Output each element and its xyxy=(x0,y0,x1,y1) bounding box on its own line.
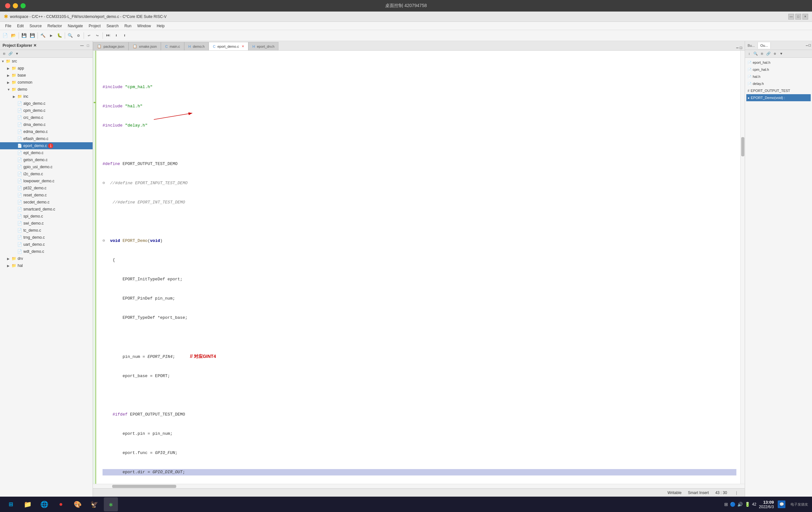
tree-item-dma-demo[interactable]: ▶ 📄 dma_demo.c xyxy=(0,121,93,128)
toolbar-step-out[interactable]: ⬆ xyxy=(121,32,128,39)
editor-view-controls[interactable]: — □ xyxy=(734,46,745,50)
outline-item-cpm-hal[interactable]: 📄 cpm_hal.h xyxy=(746,66,811,73)
ide-close-button[interactable]: × xyxy=(802,14,808,20)
tree-item-common[interactable]: ▶ 📁 common xyxy=(0,79,93,86)
maximize-editor-button[interactable]: □ xyxy=(740,46,742,50)
outline-item-delay[interactable]: 📄 delay.h xyxy=(746,80,811,87)
panel-maximize-button[interactable]: □ xyxy=(86,43,90,48)
tree-item-crc-demo[interactable]: ▶ 📄 crc_demo.c xyxy=(0,114,93,121)
tree-item-eport-demo[interactable]: ▶ 📄 eport_demo.c 1 xyxy=(0,142,93,149)
ide-minimize-button[interactable]: — xyxy=(788,14,794,20)
minimize-button[interactable] xyxy=(13,3,18,8)
tree-item-getsn-demo[interactable]: ▶ 📄 getsn_demo.c xyxy=(0,156,93,163)
toolbar-settings[interactable]: ⚙ xyxy=(75,32,82,39)
tree-item-hal[interactable]: ▶ 📁 hal xyxy=(0,262,93,269)
menu-source[interactable]: Source xyxy=(27,23,44,29)
taskbar-edge-button[interactable]: 🌐 xyxy=(37,497,51,511)
toolbar-search[interactable]: 🔍 xyxy=(66,32,74,39)
tab-demo-h[interactable]: H demo.h xyxy=(184,42,209,50)
code-content-area[interactable]: #include "cpm_hal.h" #include "hal.h" #i… xyxy=(96,51,745,484)
tree-item-trng-demo[interactable]: ▶ 📄 trng_demo.c xyxy=(0,234,93,241)
toolbar-step-into[interactable]: ⬇ xyxy=(113,32,120,39)
tab-eport-demo-c[interactable]: C eport_demo.c ✕ xyxy=(209,42,248,50)
toggle-src[interactable]: ▼ xyxy=(1,60,6,63)
link-editor-button[interactable]: 🔗 xyxy=(8,51,13,57)
tree-item-base[interactable]: ▶ 📁 base xyxy=(0,72,93,79)
tree-item-gpio-usi-demo[interactable]: ▶ 📄 gpio_usi_demo.c xyxy=(0,163,93,171)
vertical-scrollbar[interactable] xyxy=(740,51,745,484)
tree-item-algo-demo[interactable]: ▶ 📄 algo_demo.c xyxy=(0,100,93,107)
menu-file[interactable]: File xyxy=(3,23,14,29)
tree-item-swi-demo[interactable]: ▶ 📄 swi_demo.c xyxy=(0,220,93,227)
outline-more-button[interactable]: ▼ xyxy=(778,51,784,57)
code-editor[interactable]: #include "cpm_hal.h" #include "hal.h" #i… xyxy=(93,51,745,488)
tab-package-json[interactable]: 📋 package.json xyxy=(93,42,128,50)
toolbar-save-all[interactable]: 💾 xyxy=(29,32,36,39)
window-controls[interactable] xyxy=(5,3,26,8)
system-time[interactable]: 13:09 2022/6/3 xyxy=(759,500,774,509)
code-text-area[interactable]: #include "cpm_hal.h" #include "hal.h" #i… xyxy=(96,51,740,484)
horizontal-scrollbar[interactable] xyxy=(93,484,745,488)
tree-item-lowpower-demo[interactable]: ▶ 📄 lowpower_demo.c xyxy=(0,178,93,185)
taskbar-explorer-button[interactable]: 📁 xyxy=(21,497,35,511)
tree-item-src[interactable]: ▼ 📁 src xyxy=(0,58,93,65)
ide-window-controls[interactable]: — □ × xyxy=(788,14,808,20)
toggle-app[interactable]: ▶ xyxy=(7,67,11,70)
panel-controls[interactable]: — □ xyxy=(805,43,812,48)
menu-window[interactable]: Window xyxy=(135,23,153,29)
toggle-common[interactable]: ▶ xyxy=(7,81,11,84)
tree-item-smartcard-demo[interactable]: ▶ 📄 smartcard_demo.c xyxy=(0,206,93,213)
menu-help[interactable]: Help xyxy=(154,23,167,29)
toggle-hal[interactable]: ▶ xyxy=(7,264,11,268)
toolbar-debug[interactable]: 🐛 xyxy=(56,32,63,39)
panel-min-button[interactable]: — xyxy=(806,43,808,48)
panel-minimize-button[interactable]: — xyxy=(79,43,85,48)
toolbar-build[interactable]: 🔨 xyxy=(39,32,47,39)
tab-outline[interactable]: Ou... xyxy=(758,42,771,49)
outline-item-eport-hal[interactable]: 📄 eport_hal.h xyxy=(746,59,811,66)
close-button[interactable] xyxy=(5,3,10,8)
toolbar-open[interactable]: 📂 xyxy=(10,32,17,39)
panel-header-buttons[interactable]: — □ xyxy=(79,43,90,48)
tree-item-reset-demo[interactable]: ▶ 📄 reset_demo.c xyxy=(0,191,93,199)
minimize-editor-button[interactable]: — xyxy=(736,46,738,50)
tab-xmake-json[interactable]: 📋 xmake.json xyxy=(128,42,161,50)
collapse-all-button[interactable]: ⊟ xyxy=(1,51,7,57)
outline-item-hal[interactable]: 📄 hal.h xyxy=(746,73,811,80)
project-tree[interactable]: ▼ 📁 src ▶ 📁 app ▶ 📁 base ▶ 📁 com xyxy=(0,58,93,496)
menu-project[interactable]: Project xyxy=(86,23,103,29)
tree-item-ept-demo[interactable]: ▶ 📄 ept_demo.c xyxy=(0,149,93,156)
tree-settings-button[interactable]: ▼ xyxy=(14,51,20,57)
menu-run[interactable]: Run xyxy=(122,23,134,29)
toggle-demo[interactable]: ▼ xyxy=(7,88,11,91)
menu-navigate[interactable]: Navigate xyxy=(65,23,85,29)
maximize-button[interactable] xyxy=(21,3,26,8)
outline-link-button[interactable]: 🔗 xyxy=(765,51,771,57)
h-scrollbar-thumb[interactable] xyxy=(112,485,176,488)
menu-refactor[interactable]: Refactor xyxy=(45,23,64,29)
menu-edit[interactable]: Edit xyxy=(14,23,26,29)
notification-button[interactable]: 💬 xyxy=(778,501,785,508)
outline-sort-button[interactable]: ↕ xyxy=(746,51,752,57)
toggle-drv[interactable]: ▶ xyxy=(7,257,11,261)
outline-settings-button[interactable]: ⚙ xyxy=(772,51,778,57)
tree-item-app[interactable]: ▶ 📁 app xyxy=(0,65,93,72)
outline-item-eport-demo-fn[interactable]: ● EPORT_Demo(void) : xyxy=(746,94,811,101)
tree-item-edma-demo[interactable]: ▶ 📄 edma_demo.c xyxy=(0,128,93,135)
taskbar-color-button[interactable]: 🎨 xyxy=(70,497,85,511)
scrollbar-thumb[interactable] xyxy=(741,137,744,156)
tab-main-c[interactable]: C main.c xyxy=(161,42,184,50)
tree-item-demo[interactable]: ▼ 📁 demo xyxy=(0,86,93,93)
toolbar-redo[interactable]: ↪ xyxy=(93,32,101,39)
panel-max-button[interactable]: □ xyxy=(809,43,811,48)
taskbar-start-button[interactable]: ⊞ xyxy=(4,497,18,511)
tree-item-secdet-demo[interactable]: ▶ 📄 secdet_demo.c xyxy=(0,199,93,206)
toggle-base[interactable]: ▶ xyxy=(7,74,11,77)
outline-collapse-button[interactable]: ⊟ xyxy=(759,51,765,57)
taskbar-ide-button[interactable]: ✱ xyxy=(104,497,118,511)
tree-item-drv[interactable]: ▶ 📁 drv xyxy=(0,255,93,262)
tree-item-uart-demo[interactable]: ▶ 📄 uart_demo.c xyxy=(0,241,93,248)
tab-build[interactable]: Bu... xyxy=(745,42,758,49)
taskbar-hawk-button[interactable]: 🦅 xyxy=(87,497,101,511)
toolbar-step-over[interactable]: ⏭ xyxy=(104,32,112,39)
